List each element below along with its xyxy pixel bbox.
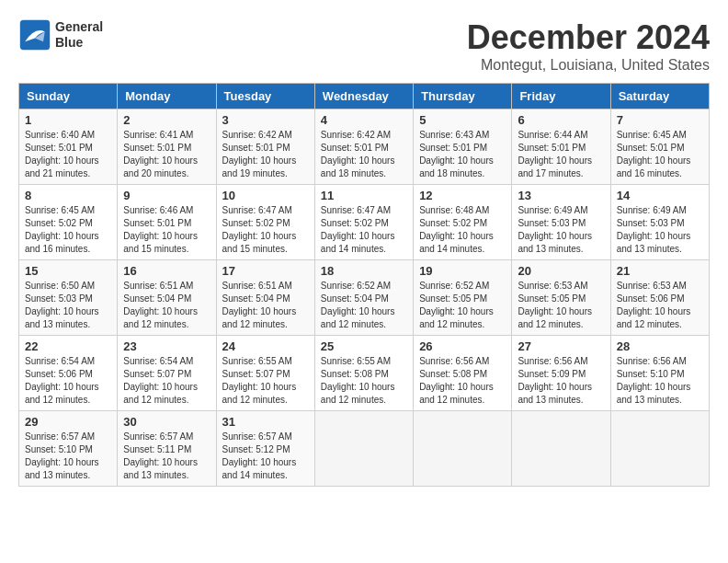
day-info: Sunrise: 6:41 AMSunset: 5:01 PMDaylight:… xyxy=(123,130,198,178)
day-cell: 13 Sunrise: 6:49 AMSunset: 5:03 PMDaylig… xyxy=(512,185,610,260)
day-info: Sunrise: 6:44 AMSunset: 5:01 PMDaylight:… xyxy=(518,130,592,178)
day-cell: 27 Sunrise: 6:56 AMSunset: 5:09 PMDaylig… xyxy=(512,336,610,411)
day-number: 22 xyxy=(25,339,111,353)
weekday-header-saturday: Saturday xyxy=(610,84,709,109)
day-cell: 15 Sunrise: 6:50 AMSunset: 5:03 PMDaylig… xyxy=(19,260,118,336)
day-number: 30 xyxy=(123,415,210,429)
day-number: 10 xyxy=(222,189,309,202)
day-info: Sunrise: 6:57 AMSunset: 5:10 PMDaylight:… xyxy=(25,431,99,480)
day-number: 1 xyxy=(25,113,111,127)
weekday-header-friday: Friday xyxy=(512,84,610,109)
day-info: Sunrise: 6:57 AMSunset: 5:12 PMDaylight:… xyxy=(222,431,297,480)
day-number: 9 xyxy=(123,189,210,202)
day-cell: 20 Sunrise: 6:53 AMSunset: 5:05 PMDaylig… xyxy=(512,260,610,336)
day-cell: 2 Sunrise: 6:41 AMSunset: 5:01 PMDayligh… xyxy=(118,109,216,185)
week-row-4: 22 Sunrise: 6:54 AMSunset: 5:06 PMDaylig… xyxy=(19,336,710,411)
day-cell: 3 Sunrise: 6:42 AMSunset: 5:01 PMDayligh… xyxy=(216,109,314,185)
weekday-header-thursday: Thursday xyxy=(414,84,512,109)
day-info: Sunrise: 6:51 AMSunset: 5:04 PMDaylight:… xyxy=(222,281,297,329)
day-number: 23 xyxy=(123,339,210,353)
day-number: 20 xyxy=(518,264,604,278)
weekday-header-row: SundayMondayTuesdayWednesdayThursdayFrid… xyxy=(19,84,710,109)
day-number: 7 xyxy=(617,113,703,127)
day-info: Sunrise: 6:57 AMSunset: 5:11 PMDaylight:… xyxy=(123,431,198,480)
day-cell: 4 Sunrise: 6:42 AMSunset: 5:01 PMDayligh… xyxy=(314,109,413,185)
day-number: 12 xyxy=(419,189,506,202)
day-cell: 16 Sunrise: 6:51 AMSunset: 5:04 PMDaylig… xyxy=(118,260,216,336)
day-number: 16 xyxy=(123,264,210,278)
day-info: Sunrise: 6:47 AMSunset: 5:02 PMDaylight:… xyxy=(321,205,395,254)
day-cell: 29 Sunrise: 6:57 AMSunset: 5:10 PMDaylig… xyxy=(19,411,118,487)
header: General Blue December 2024 Montegut, Lou… xyxy=(18,18,710,74)
week-row-3: 15 Sunrise: 6:50 AMSunset: 5:03 PMDaylig… xyxy=(19,260,710,336)
day-cell: 19 Sunrise: 6:52 AMSunset: 5:05 PMDaylig… xyxy=(414,260,512,336)
day-number: 18 xyxy=(321,264,407,278)
day-cell: 23 Sunrise: 6:54 AMSunset: 5:07 PMDaylig… xyxy=(118,336,216,411)
day-cell xyxy=(414,411,512,487)
day-cell: 9 Sunrise: 6:46 AMSunset: 5:01 PMDayligh… xyxy=(118,185,216,260)
day-info: Sunrise: 6:46 AMSunset: 5:01 PMDaylight:… xyxy=(123,205,198,254)
day-number: 5 xyxy=(419,113,506,127)
day-number: 3 xyxy=(222,113,309,127)
subtitle: Montegut, Louisiana, United States xyxy=(467,57,710,74)
day-cell: 17 Sunrise: 6:51 AMSunset: 5:04 PMDaylig… xyxy=(216,260,314,336)
day-info: Sunrise: 6:45 AMSunset: 5:02 PMDaylight:… xyxy=(25,205,99,254)
day-number: 2 xyxy=(123,113,210,127)
logo-icon xyxy=(18,18,51,52)
week-row-5: 29 Sunrise: 6:57 AMSunset: 5:10 PMDaylig… xyxy=(19,411,710,487)
day-number: 29 xyxy=(25,415,111,429)
day-info: Sunrise: 6:45 AMSunset: 5:01 PMDaylight:… xyxy=(617,130,691,178)
day-info: Sunrise: 6:40 AMSunset: 5:01 PMDaylight:… xyxy=(25,130,99,178)
day-info: Sunrise: 6:52 AMSunset: 5:05 PMDaylight:… xyxy=(419,281,494,329)
day-number: 8 xyxy=(25,189,111,202)
day-number: 28 xyxy=(617,339,703,353)
calendar-table: SundayMondayTuesdayWednesdayThursdayFrid… xyxy=(18,83,710,487)
day-info: Sunrise: 6:48 AMSunset: 5:02 PMDaylight:… xyxy=(419,205,494,254)
day-info: Sunrise: 6:56 AMSunset: 5:10 PMDaylight:… xyxy=(617,356,691,405)
day-number: 24 xyxy=(222,339,309,353)
day-number: 26 xyxy=(419,339,506,353)
day-cell: 25 Sunrise: 6:55 AMSunset: 5:08 PMDaylig… xyxy=(314,336,413,411)
day-cell: 22 Sunrise: 6:54 AMSunset: 5:06 PMDaylig… xyxy=(19,336,118,411)
week-row-2: 8 Sunrise: 6:45 AMSunset: 5:02 PMDayligh… xyxy=(19,185,710,260)
day-info: Sunrise: 6:50 AMSunset: 5:03 PMDaylight:… xyxy=(25,281,99,329)
day-cell: 6 Sunrise: 6:44 AMSunset: 5:01 PMDayligh… xyxy=(512,109,610,185)
day-cell: 12 Sunrise: 6:48 AMSunset: 5:02 PMDaylig… xyxy=(414,185,512,260)
day-number: 14 xyxy=(617,189,703,202)
day-cell: 14 Sunrise: 6:49 AMSunset: 5:03 PMDaylig… xyxy=(610,185,709,260)
day-cell xyxy=(512,411,610,487)
day-number: 21 xyxy=(617,264,703,278)
main-title: December 2024 xyxy=(467,18,710,57)
day-info: Sunrise: 6:55 AMSunset: 5:07 PMDaylight:… xyxy=(222,356,297,405)
day-cell: 26 Sunrise: 6:56 AMSunset: 5:08 PMDaylig… xyxy=(414,336,512,411)
day-number: 25 xyxy=(321,339,407,353)
day-cell: 11 Sunrise: 6:47 AMSunset: 5:02 PMDaylig… xyxy=(314,185,413,260)
weekday-header-sunday: Sunday xyxy=(19,84,118,109)
day-cell: 7 Sunrise: 6:45 AMSunset: 5:01 PMDayligh… xyxy=(610,109,709,185)
day-info: Sunrise: 6:52 AMSunset: 5:04 PMDaylight:… xyxy=(321,281,395,329)
day-cell: 31 Sunrise: 6:57 AMSunset: 5:12 PMDaylig… xyxy=(216,411,314,487)
day-cell: 24 Sunrise: 6:55 AMSunset: 5:07 PMDaylig… xyxy=(216,336,314,411)
day-number: 13 xyxy=(518,189,604,202)
day-number: 27 xyxy=(518,339,604,353)
day-cell: 30 Sunrise: 6:57 AMSunset: 5:11 PMDaylig… xyxy=(118,411,216,487)
day-info: Sunrise: 6:54 AMSunset: 5:07 PMDaylight:… xyxy=(123,356,198,405)
day-info: Sunrise: 6:56 AMSunset: 5:09 PMDaylight:… xyxy=(518,356,592,405)
day-info: Sunrise: 6:56 AMSunset: 5:08 PMDaylight:… xyxy=(419,356,494,405)
day-cell: 28 Sunrise: 6:56 AMSunset: 5:10 PMDaylig… xyxy=(610,336,709,411)
day-info: Sunrise: 6:43 AMSunset: 5:01 PMDaylight:… xyxy=(419,130,494,178)
day-info: Sunrise: 6:49 AMSunset: 5:03 PMDaylight:… xyxy=(518,205,592,254)
day-cell: 1 Sunrise: 6:40 AMSunset: 5:01 PMDayligh… xyxy=(19,109,118,185)
day-info: Sunrise: 6:42 AMSunset: 5:01 PMDaylight:… xyxy=(222,130,297,178)
day-info: Sunrise: 6:53 AMSunset: 5:06 PMDaylight:… xyxy=(617,281,691,329)
weekday-header-wednesday: Wednesday xyxy=(314,84,413,109)
logo-text: General Blue xyxy=(55,19,103,51)
weekday-header-monday: Monday xyxy=(118,84,216,109)
day-info: Sunrise: 6:49 AMSunset: 5:03 PMDaylight:… xyxy=(617,205,691,254)
day-cell: 21 Sunrise: 6:53 AMSunset: 5:06 PMDaylig… xyxy=(610,260,709,336)
day-cell: 18 Sunrise: 6:52 AMSunset: 5:04 PMDaylig… xyxy=(314,260,413,336)
day-cell: 8 Sunrise: 6:45 AMSunset: 5:02 PMDayligh… xyxy=(19,185,118,260)
day-info: Sunrise: 6:54 AMSunset: 5:06 PMDaylight:… xyxy=(25,356,99,405)
day-cell xyxy=(314,411,413,487)
day-number: 4 xyxy=(321,113,407,127)
